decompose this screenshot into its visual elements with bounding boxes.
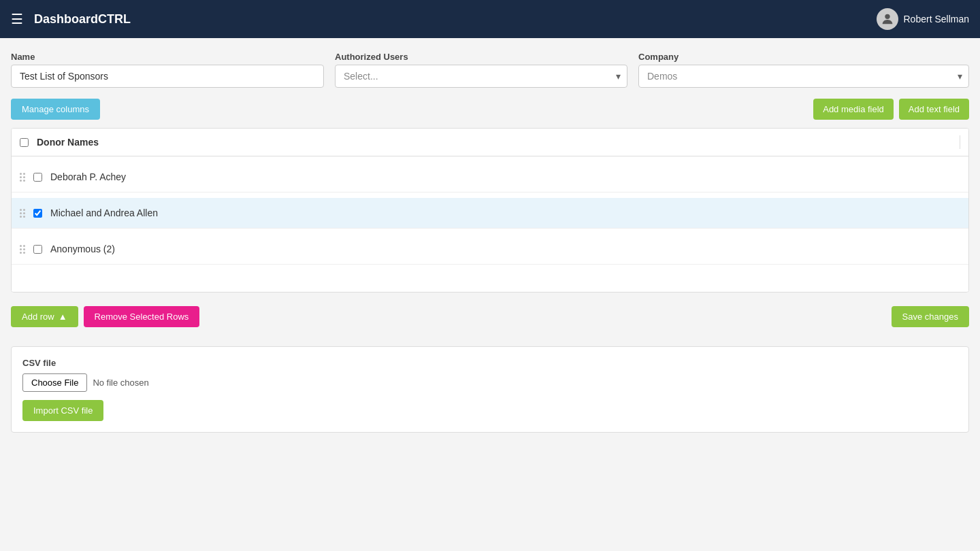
table-row[interactable]: Deborah P. Achey [12,162,968,193]
nav-right: Robert Sellman [877,8,970,30]
column-header-donor-names: Donor Names [37,137,99,148]
avatar [877,8,898,30]
table-row[interactable]: Michael and Andrea Allen [12,198,968,229]
nav-left: ☰ DashboardCTRL [11,11,131,27]
user-name: Robert Sellman [904,14,970,24]
top-navigation: ☰ DashboardCTRL Robert Sellman [0,0,980,38]
table-body: Deborah P. Achey Michael and Andrea Alle… [12,156,968,292]
action-left: Add row ▲ Remove Selected Rows [11,306,199,327]
name-input[interactable] [11,65,324,88]
manage-columns-button[interactable]: Manage columns [11,99,100,120]
company-select-wrapper: Demos Other ▾ [638,65,969,88]
add-row-button[interactable]: Add row ▲ [11,306,78,327]
add-media-field-button[interactable]: Add media field [813,99,894,120]
name-label: Name [11,52,324,62]
data-table: Donor Names Deborah P. Achey [11,128,969,293]
choose-file-button[interactable]: Choose File [22,373,87,392]
add-row-label: Add row [22,312,54,322]
authorized-users-group: Authorized Users Select... ▾ [335,52,627,88]
brand-name: DashboardCTRL [34,12,131,27]
csv-section: CSV file Choose File No file chosen Impo… [11,346,969,433]
form-row: Name Authorized Users Select... ▾ Compan… [11,52,969,88]
row-donor-name: Deborah P. Achey [50,171,126,182]
table-header: Donor Names [12,129,968,156]
name-field-group: Name [11,52,324,88]
toolbar-right: Add media field Add text field [813,99,969,120]
authorized-users-select[interactable]: Select... [335,65,627,88]
column-divider [960,135,960,149]
csv-label: CSV file [22,358,958,368]
hamburger-icon[interactable]: ☰ [11,11,23,27]
drag-handle-icon [20,173,25,182]
row-checkbox[interactable] [33,245,42,254]
add-text-field-button[interactable]: Add text field [899,99,969,120]
row-checkbox[interactable] [33,209,42,218]
company-field-group: Company Demos Other ▾ [638,52,969,88]
action-row: Add row ▲ Remove Selected Rows Save chan… [11,301,969,333]
row-donor-name: Michael and Andrea Allen [50,207,158,218]
main-content: Name Authorized Users Select... ▾ Compan… [0,38,980,457]
company-label: Company [638,52,969,62]
authorized-users-label: Authorized Users [335,52,627,62]
drag-handle-icon [20,245,25,254]
svg-point-0 [885,14,889,19]
file-input-row: Choose File No file chosen [22,373,958,392]
remove-selected-rows-button[interactable]: Remove Selected Rows [84,306,200,327]
no-file-text: No file chosen [93,378,148,388]
row-checkbox[interactable] [33,173,42,182]
save-changes-button[interactable]: Save changes [892,306,969,327]
row-donor-name: Anonymous (2) [50,244,115,254]
toolbar-row: Manage columns Add media field Add text … [11,99,969,120]
company-select[interactable]: Demos Other [638,65,969,88]
add-row-icon: ▲ [59,312,67,322]
select-all-checkbox[interactable] [20,138,29,147]
authorized-users-select-wrapper: Select... ▾ [335,65,627,88]
table-row[interactable]: Anonymous (2) [12,234,968,265]
drag-handle-icon [20,209,25,218]
import-csv-button[interactable]: Import CSV file [22,400,103,421]
